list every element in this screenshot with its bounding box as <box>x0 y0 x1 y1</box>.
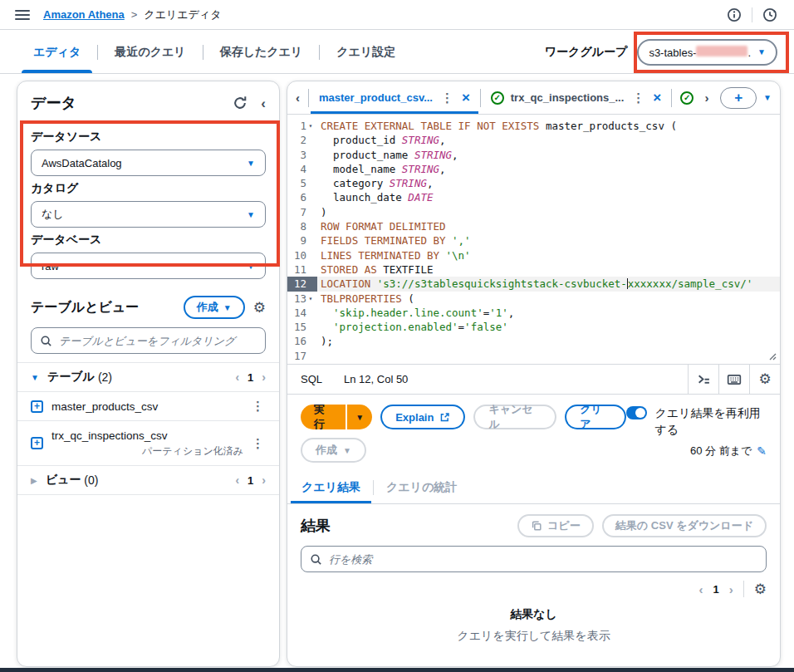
tab-saved-queries[interactable]: 保存したクエリ <box>203 31 320 73</box>
chevron-down-icon: ▼ <box>343 446 351 455</box>
download-csv-button[interactable]: 結果の CSV をダウンロード <box>602 514 767 537</box>
new-tab-button[interactable]: + <box>720 87 757 109</box>
reuse-time-value: 60 分 前まで <box>690 444 752 459</box>
datasource-label: データソース <box>31 130 266 145</box>
tab-recent-queries[interactable]: 最近のクエリ <box>98 31 202 73</box>
tables-section-header[interactable]: ▼ テーブル (2) ‹ 1 › <box>17 362 279 391</box>
table-row[interactable]: + master_products_csv ⋮ <box>17 391 279 420</box>
page-prev-icon[interactable]: ‹ <box>235 473 239 487</box>
workgroup-select[interactable]: s3-tables-. ▼ <box>637 39 777 66</box>
nav-bar: エディタ 最近のクエリ 保存したクエリ クエリ設定 ワークグループ s3-tab… <box>0 31 794 74</box>
page-next-icon[interactable]: › <box>262 473 266 487</box>
tab-query-results[interactable]: クエリ結果 <box>289 471 373 503</box>
row-search-box <box>301 546 767 572</box>
redaction-blur <box>696 46 747 56</box>
cancel-button: キャンセル <box>473 405 556 429</box>
editor-language: SQL <box>301 373 322 385</box>
tab-kebab-icon[interactable]: ⋮ <box>439 91 455 105</box>
tab-query-stats[interactable]: クエリの統計 <box>374 471 469 503</box>
tab-list-caret-icon[interactable]: ▼ <box>763 93 772 102</box>
chevron-down-icon: ▼ <box>757 47 766 56</box>
results-section: 結果 コピー 結果の CSV をダウンロード <box>287 504 780 666</box>
workgroup-label: ワークグループ <box>545 45 628 60</box>
catalog-label: カタログ <box>31 181 266 196</box>
tab-close-icon[interactable]: × <box>653 91 661 105</box>
chevron-down-icon: ▼ <box>223 303 232 312</box>
tabs-scroll-right-icon[interactable]: › <box>700 91 713 105</box>
results-tab-strip: クエリ結果 クエリの統計 <box>287 471 780 504</box>
views-section-header[interactable]: ▶ ビュー (0) ‹ 1 › <box>17 465 279 495</box>
tab-editor[interactable]: エディタ <box>17 31 97 73</box>
page-next-icon[interactable]: › <box>729 582 733 596</box>
empty-results-state: 結果なし クエリを実行して結果を表示 <box>301 597 767 660</box>
topbar-divider <box>752 7 752 22</box>
tab-kebab-icon[interactable]: ⋮ <box>630 91 646 105</box>
nav-tabs: エディタ 最近のクエリ 保存したクエリ クエリ設定 <box>17 31 412 73</box>
expand-table-icon[interactable]: + <box>31 437 43 449</box>
copy-button[interactable]: コピー <box>517 514 594 537</box>
results-heading: 結果 <box>301 516 331 536</box>
tab-query-settings[interactable]: クエリ設定 <box>320 31 412 73</box>
editor-status-bar: SQL Ln 12, Col 50 ⚙ <box>287 364 780 395</box>
code-lines: 1▾CREATE EXTERNAL TABLE IF NOT EXISTS ma… <box>287 119 780 363</box>
run-query-button[interactable]: 実行 ▼ <box>301 405 372 429</box>
create-button[interactable]: 作成 ▼ <box>184 296 245 319</box>
chevron-down-icon: ▼ <box>247 262 255 271</box>
views-pagination: ‹ 1 › <box>235 473 266 487</box>
editor-tab-1[interactable]: master_product_csv... ⋮ × <box>309 81 480 114</box>
empty-results-description: クエリを実行して結果を表示 <box>457 629 610 644</box>
page-prev-icon[interactable]: ‹ <box>699 582 703 596</box>
tab-close-icon[interactable]: × <box>462 91 470 105</box>
editor-tab-2[interactable]: ✓ trx_qc_inspections_... ⋮ × <box>481 81 672 114</box>
row-search-input[interactable] <box>329 553 757 566</box>
run-options-caret-icon[interactable]: ▼ <box>346 405 372 429</box>
catalog-select[interactable]: なし ▼ <box>31 201 266 228</box>
query-actions: 実行 ▼ Explain キャンセル クリア 作成 ▼ <box>287 395 780 471</box>
format-query-icon[interactable] <box>688 365 718 394</box>
sql-editor[interactable]: 1▾CREATE EXTERNAL TABLE IF NOT EXISTS ma… <box>287 115 780 364</box>
table-row[interactable]: + trx_qc_inspections_csv パーティション化済み ⋮ <box>17 420 279 465</box>
collapse-panel-icon[interactable]: ‹ <box>261 96 266 110</box>
workgroup-value: s3-tables-. <box>649 46 751 59</box>
empty-results-title: 結果なし <box>510 607 557 622</box>
search-icon <box>40 335 52 347</box>
resize-handle[interactable] <box>766 350 777 361</box>
chevron-down-icon: ▼ <box>247 159 255 168</box>
history-icon[interactable] <box>761 6 779 24</box>
partitioned-badge: パーティション化済み <box>51 444 243 459</box>
gear-icon[interactable]: ⚙ <box>253 301 266 315</box>
editor-settings-gear-icon[interactable]: ⚙ <box>749 365 780 394</box>
datasource-select[interactable]: AwsDataCatalog ▼ <box>31 150 266 176</box>
page-number[interactable]: 1 <box>713 583 719 596</box>
explain-button[interactable]: Explain <box>380 405 465 429</box>
create-dropdown-button[interactable]: 作成 ▼ <box>301 438 366 463</box>
database-select[interactable]: raw ▼ <box>31 253 266 279</box>
page-prev-icon[interactable]: ‹ <box>235 370 239 384</box>
keyboard-shortcuts-icon[interactable] <box>718 365 749 394</box>
info-icon[interactable] <box>725 6 743 24</box>
edit-pencil-icon[interactable]: ✎ <box>757 444 767 458</box>
database-label: データベース <box>31 233 266 248</box>
tables-filter-input[interactable] <box>59 335 257 347</box>
kebab-menu-icon[interactable]: ⋮ <box>250 436 266 451</box>
expand-table-icon[interactable]: + <box>31 400 43 413</box>
page-next-icon[interactable]: › <box>262 370 266 384</box>
clear-button[interactable]: クリア <box>565 405 626 429</box>
tables-filter-box <box>31 327 266 354</box>
kebab-menu-icon[interactable]: ⋮ <box>250 399 266 414</box>
success-check-icon: ✓ <box>680 91 694 105</box>
cursor-position: Ln 12, Col 50 <box>344 373 408 385</box>
page-number[interactable]: 1 <box>248 371 253 384</box>
top-bar: Amazon Athena > クエリエディタ <box>0 0 794 30</box>
hamburger-menu-icon[interactable] <box>15 10 30 20</box>
results-settings-gear-icon[interactable]: ⚙ <box>754 582 767 596</box>
results-pagination: ‹ 1 › ⚙ <box>301 581 767 597</box>
console-footer-bar <box>0 668 794 672</box>
breadcrumb-separator: > <box>131 8 138 21</box>
tabs-scroll-left-icon[interactable]: ‹ <box>287 81 308 114</box>
reuse-results-toggle[interactable] <box>626 406 647 419</box>
refresh-icon[interactable] <box>231 94 249 112</box>
page-number[interactable]: 1 <box>248 474 253 487</box>
data-panel-title: データ <box>31 93 76 113</box>
breadcrumb-amazon-athena[interactable]: Amazon Athena <box>43 8 125 21</box>
